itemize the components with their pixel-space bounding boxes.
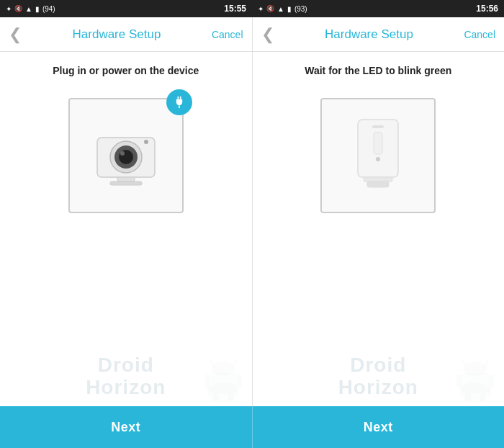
watermark-line2-right: Horizon [338,377,418,399]
wifi-icon: ▲ [25,5,32,13]
mute-icon-r: 🔇 [266,5,274,12]
svg-rect-10 [110,182,142,185]
main-area: Plug in or power on the device [0,52,504,406]
cancel-button-right[interactable]: Cancel [464,29,495,40]
back-button-left[interactable]: ❮ [9,25,22,44]
time-right: 15:56 [476,4,498,14]
cancel-button-left[interactable]: Cancel [212,29,243,40]
svg-rect-12 [207,373,239,393]
android-svg-left [202,353,245,403]
android-watermark-right [454,353,497,406]
status-icons-left: ✦ 🔇 ▲ ▮ (94) [6,5,55,13]
camera-svg [83,116,169,195]
svg-rect-35 [456,375,461,387]
next-button-left[interactable]: Next [0,406,252,448]
next-bars: Next Next [0,406,504,448]
status-bar-right: ✦ 🔇 ▲ ▮ (93) 15:56 [252,0,504,17]
battery-label-right: (93) [294,5,307,13]
svg-point-13 [215,376,220,380]
plug-svg [172,95,186,109]
watermark-line2-left: Horizon [86,377,166,399]
nav-bar-right: ❮ Hardware Setup Cancel [252,17,505,51]
svg-point-25 [376,157,380,161]
svg-point-8 [144,140,148,144]
signal-icon: ▮ [35,5,40,13]
svg-rect-29 [459,373,491,393]
android-svg-right [454,353,497,403]
instruction-left: Plug in or power on the device [45,65,206,76]
hub-svg [342,112,414,199]
svg-rect-24 [374,133,382,154]
svg-point-31 [479,376,483,380]
camera-image-left [68,98,184,213]
svg-rect-27 [367,182,389,187]
svg-rect-36 [490,375,494,387]
svg-point-7 [120,151,125,156]
nav-bars: ❮ Hardware Setup Cancel ❮ Hardware Setup… [0,17,504,52]
plug-badge-icon [166,89,192,115]
watermark-line1-right: Droid [350,354,406,377]
svg-rect-9 [117,177,135,182]
svg-point-30 [467,376,472,380]
panel-left: Plug in or power on the device [0,52,252,406]
nav-title-right: Hardware Setup [274,27,464,42]
svg-rect-37 [465,393,471,401]
svg-point-17 [212,362,235,376]
battery-label-left: (94) [42,5,55,13]
mute-icon: 🔇 [14,5,22,12]
time-left: 15:55 [224,4,246,14]
svg-point-14 [227,376,231,380]
svg-rect-38 [480,393,485,401]
svg-rect-2 [179,105,180,108]
status-icons-right: ✦ 🔇 ▲ ▮ (93) [258,5,307,13]
svg-rect-26 [364,177,392,182]
bluetooth-icon: ✦ [6,5,12,13]
svg-rect-23 [372,125,384,128]
svg-point-34 [464,362,487,376]
watermark-line1-left: Droid [98,354,154,377]
svg-rect-21 [228,393,233,401]
next-button-right[interactable]: Next [252,406,505,448]
svg-rect-19 [238,375,242,387]
nav-title-left: Hardware Setup [22,27,212,42]
svg-rect-1 [180,97,181,99]
camera-image-right [320,98,436,213]
status-bars: ✦ 🔇 ▲ ▮ (94) 15:55 ✦ 🔇 ▲ ▮ (93) 15:56 [0,0,504,17]
wifi-icon-r: ▲ [277,5,284,13]
bluetooth-icon-r: ✦ [258,5,264,13]
status-bar-left: ✦ 🔇 ▲ ▮ (94) 15:55 [0,0,252,17]
back-button-right[interactable]: ❮ [261,25,274,44]
svg-rect-20 [213,393,219,401]
android-watermark-left [202,353,245,406]
nav-bar-left: ❮ Hardware Setup Cancel [0,17,252,51]
panel-right: Wait for the LED to blink green Droid Ho… [252,52,505,406]
instruction-right: Wait for the LED to blink green [297,65,459,76]
signal-icon-r: ▮ [287,5,292,13]
svg-rect-18 [204,375,209,387]
svg-rect-0 [177,97,179,99]
